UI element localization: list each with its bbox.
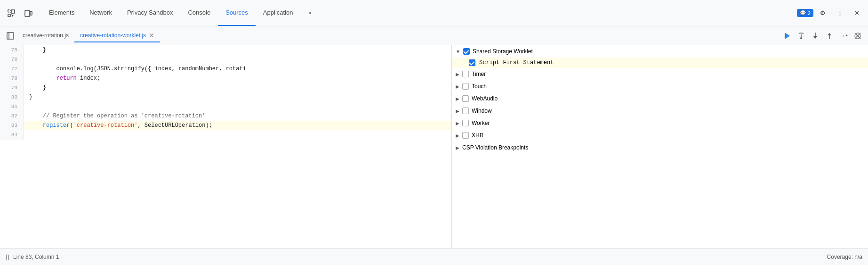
svg-rect-1 [11,10,15,13]
expand-triangle-window: ▶ [456,108,459,114]
tab-privacy-sandbox[interactable]: Privacy Sandbox [120,0,181,26]
right-panel: ▼ Shared Storage Worklet Script First St… [452,45,868,248]
expand-triangle-webaudio: ▶ [456,96,459,101]
code-line-81: 81 [0,102,451,111]
device-toggle-icon[interactable] [21,6,36,21]
svg-marker-6 [785,33,790,39]
expand-triangle-csp: ▶ [456,145,459,150]
bracket-icon: {} [6,254,9,260]
code-line-79: 79 } [0,83,451,92]
step-btn[interactable]: →• [837,29,850,42]
expand-triangle-touch: ▶ [456,84,459,89]
settings-icon[interactable]: ⚙ [815,6,830,21]
bp-category-worker[interactable]: ▶ Worker [452,117,868,129]
code-line-84: 84 [0,130,451,140]
tab-network[interactable]: Network [82,0,120,26]
bp-category-webaudio[interactable]: ▶ WebAudio [452,92,868,105]
nav-tabs: Elements Network Privacy Sandbox Console… [41,0,797,26]
tab-application[interactable]: Application [256,0,301,26]
close-tab-btn[interactable]: ✕ [149,32,154,39]
code-line-80: 80 } [0,92,451,102]
svg-rect-4 [7,33,14,39]
top-toolbar: Elements Network Privacy Sandbox Console… [0,0,868,26]
tab-more[interactable]: » [300,0,319,26]
deactivate-breakpoints-btn[interactable] [851,29,864,42]
svg-rect-7 [785,33,786,39]
bp-category-csp-violation[interactable]: ▶ CSP Violation Breakpoints [452,141,868,154]
svg-rect-2 [25,10,30,17]
bp-category-timer[interactable]: ▶ Timer [452,68,868,80]
svg-rect-3 [30,11,32,15]
svg-point-8 [800,37,802,39]
inspect-icon[interactable] [4,6,19,21]
file-toolbar: creative-rotation.js creative-rotation-w… [0,26,868,45]
code-line-78: 78 return index; [0,74,451,83]
status-left: {} Line 83, Column 1 [6,254,59,260]
message-badge[interactable]: 💬 2 [797,9,813,17]
devtools-icons [4,6,36,21]
sidebar-toggle-btn[interactable] [4,29,17,42]
expand-triangle-down: ▼ [456,49,460,54]
code-line-75: 75 } [0,45,451,55]
bp-category-shared-storage-worklet[interactable]: ▼ Shared Storage Worklet [452,45,868,58]
bp-category-touch[interactable]: ▶ Touch [452,80,868,92]
code-line-77: 77 console.log(JSON.stringify({ index, r… [0,64,451,74]
checkbox-shared-storage-worklet[interactable] [463,48,470,55]
tab-console[interactable]: Console [180,0,218,26]
checkbox-touch[interactable] [462,83,469,90]
checkbox-timer[interactable] [462,71,469,77]
code-line-76: 76 [0,55,451,64]
expand-triangle-timer: ▶ [456,72,459,77]
coverage-status: Coverage: n/a [827,254,862,260]
checkbox-script-first-statement[interactable] [469,59,475,66]
expand-triangle-xhr: ▶ [456,133,459,138]
tab-sources[interactable]: Sources [218,0,256,26]
step-over-btn[interactable] [795,29,808,42]
checkbox-xhr[interactable] [462,132,469,139]
code-panel: 75 } 76 77 console.log(JSON.stringify({ … [0,45,452,248]
checkbox-webaudio[interactable] [462,95,469,102]
step-out-btn[interactable] [823,29,836,42]
status-bar: {} Line 83, Column 1 Coverage: n/a [0,248,868,265]
bp-item-script-first-statement[interactable]: Script First Statement [452,58,868,68]
close-icon[interactable]: ✕ [849,6,864,21]
status-right: Coverage: n/a [827,254,862,260]
bp-category-window[interactable]: ▶ Window [452,105,868,117]
svg-marker-10 [813,36,817,39]
toolbar-right: 💬 2 ⚙ ⋮ ✕ [797,6,864,21]
code-line-83: 83 register('creative-rotation', SelectU… [0,121,451,130]
svg-marker-12 [828,33,831,35]
checkbox-window[interactable] [462,108,469,114]
message-icon: 💬 [800,10,806,16]
expand-triangle-worker: ▶ [456,121,459,126]
code-line-82: 82 // Register the operation as 'creativ… [0,111,451,121]
checkbox-worker[interactable] [462,120,469,126]
debug-controls: →• [780,29,864,42]
svg-rect-0 [8,10,10,12]
bp-category-xhr[interactable]: ▶ XHR [452,129,868,141]
resume-btn[interactable] [780,29,794,42]
code-lines: 75 } 76 77 console.log(JSON.stringify({ … [0,45,451,140]
step-into-btn[interactable] [809,29,822,42]
more-icon[interactable]: ⋮ [832,6,847,21]
cursor-position: Line 83, Column 1 [13,254,59,260]
file-tab-creative-rotation-worklet-js[interactable]: creative-rotation-worklet.js ✕ [74,29,160,42]
main-content: 75 } 76 77 console.log(JSON.stringify({ … [0,45,868,248]
file-tab-creative-rotation-js[interactable]: creative-rotation.js [17,29,74,42]
tab-elements[interactable]: Elements [41,0,82,26]
